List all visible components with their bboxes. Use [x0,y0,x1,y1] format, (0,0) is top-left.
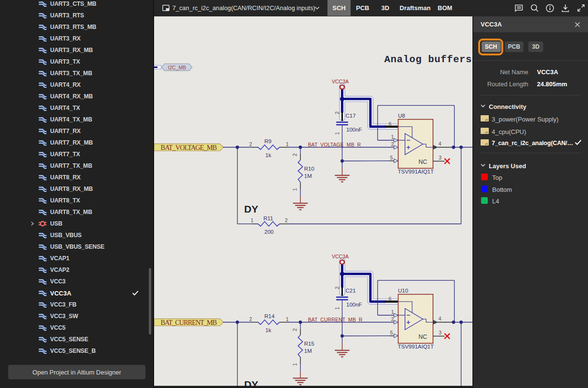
svg-text:U10: U10 [398,288,408,294]
svg-text:2: 2 [249,141,252,147]
svg-text:1M: 1M [304,348,312,354]
svg-text:BAT_VOLTAGE_MB_R: BAT_VOLTAGE_MB_R [308,142,361,147]
svg-text:1: 1 [251,217,254,223]
svg-text:5: 5 [390,330,393,335]
svg-text:1k: 1k [265,152,271,158]
svg-text:I2C_MB: I2C_MB [168,65,186,70]
svg-text:1k: 1k [265,327,271,333]
svg-text:U8: U8 [398,113,405,119]
svg-text:1: 1 [334,307,340,310]
svg-text:BAT_CURRENT_MB: BAT_CURRENT_MB [161,319,217,326]
svg-text:5: 5 [390,155,393,161]
svg-text:R9: R9 [264,138,272,144]
svg-text:3: 3 [439,330,442,335]
svg-text:2: 2 [391,316,394,322]
svg-text:BAT_VOLTAGE_MB: BAT_VOLTAGE_MB [161,144,217,151]
svg-text:2: 2 [334,111,340,114]
svg-text:2: 2 [334,286,340,289]
svg-text:2: 2 [292,328,298,331]
svg-text:100nF: 100nF [346,302,362,308]
svg-text:1: 1 [286,316,289,322]
svg-text:VCC3A: VCC3A [332,79,349,84]
svg-text:R14: R14 [264,313,275,319]
svg-text:6: 6 [389,121,392,127]
svg-text:2: 2 [285,217,288,223]
svg-text:1M: 1M [304,173,312,179]
svg-text:C17: C17 [346,113,356,119]
svg-text:R10: R10 [304,166,314,172]
svg-text:NC: NC [418,159,427,165]
svg-text:4: 4 [439,316,442,321]
svg-text:100nF: 100nF [346,127,362,133]
svg-text:NC: NC [418,334,427,340]
svg-text:1: 1 [292,363,298,366]
svg-text:TSV991AIQ1T: TSV991AIQ1T [398,344,434,349]
svg-text:2: 2 [249,316,252,322]
svg-text:1: 1 [292,188,298,191]
svg-text:2: 2 [391,141,394,147]
svg-text:2: 2 [292,153,298,156]
svg-text:Analog buffers: Analog buffers [384,54,472,65]
svg-text:1: 1 [391,134,394,140]
svg-text:1: 1 [286,141,289,147]
svg-text:200: 200 [264,229,274,235]
svg-text:1: 1 [334,132,340,135]
svg-text:6: 6 [389,296,392,302]
svg-text:C21: C21 [346,288,356,294]
svg-text:BAT_CURRENT_MB_R: BAT_CURRENT_MB_R [308,317,363,322]
svg-text:R15: R15 [304,341,314,347]
svg-text:4: 4 [439,141,442,147]
svg-text:DY: DY [244,203,258,214]
svg-text:3: 3 [439,155,442,161]
svg-text:1: 1 [391,309,394,315]
svg-text:R11: R11 [263,215,273,221]
svg-text:VCC3A: VCC3A [332,254,349,259]
svg-text:TSV991AIQ1T: TSV991AIQ1T [398,169,434,174]
